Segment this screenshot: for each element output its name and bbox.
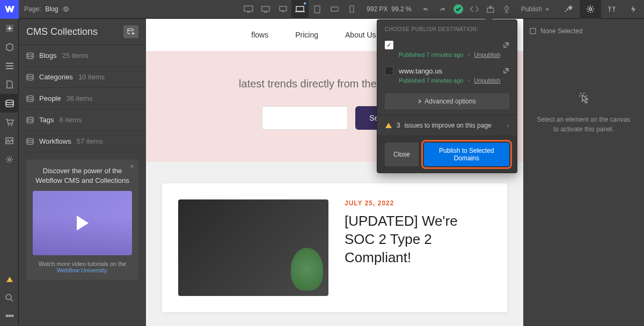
right-panel: None Selected Select an element on the c…: [523, 19, 644, 326]
tip-title: Discover the power of the Webflow CMS an…: [33, 166, 132, 186]
svg-point-28: [128, 28, 133, 31]
nav-link[interactable]: flows: [251, 31, 268, 39]
svg-rect-7: [296, 6, 304, 11]
redo-button[interactable]: [434, 0, 450, 19]
checkbox-checked[interactable]: ✓: [385, 41, 393, 49]
svg-rect-9: [314, 6, 320, 13]
pages-button[interactable]: [0, 75, 19, 94]
blog-date: JULY 25, 2022: [345, 199, 491, 207]
audit-panel-button[interactable]: [0, 270, 19, 288]
cms-title: CMS Collections: [26, 26, 98, 38]
assets-button[interactable]: [0, 131, 19, 150]
webflow-logo[interactable]: [0, 0, 19, 19]
database-icon: [26, 117, 34, 123]
viewport-width: 992 PX: [367, 5, 387, 13]
collection-name: Tags: [39, 116, 54, 124]
add-collection-button[interactable]: [123, 25, 138, 38]
external-link-icon[interactable]: [503, 68, 509, 74]
database-icon: [26, 74, 34, 80]
svg-point-20: [11, 124, 12, 125]
page-name: Blog: [45, 5, 58, 13]
collection-item[interactable]: People36 items: [19, 88, 146, 109]
symbols-button[interactable]: [0, 38, 19, 56]
collection-name: Blogs: [39, 51, 57, 60]
blog-image: [178, 199, 328, 296]
popover-header: CHOOSE PUBLISH DESTINATION:: [377, 20, 517, 36]
none-selected-row: None Selected: [530, 25, 638, 37]
publish-selected-button[interactable]: Publish to Selected Domains: [424, 143, 509, 166]
publish-time: Published 7 minutes ago: [399, 77, 463, 84]
navigator-button[interactable]: [0, 56, 19, 75]
close-icon[interactable]: ×: [130, 162, 134, 171]
chevron-right-icon: [418, 99, 421, 103]
collection-item[interactable]: Blogs25 items: [19, 45, 146, 66]
svg-rect-11: [350, 6, 354, 12]
top-bar: Page: Blog ✦ 992 PX 99.2 % Publish: [0, 0, 644, 19]
settings-panel-button[interactable]: [580, 0, 601, 19]
nav-link[interactable]: About Us: [345, 31, 376, 39]
svg-rect-4: [264, 12, 267, 13]
svg-rect-34: [530, 28, 536, 34]
collection-name: Workflows: [39, 137, 71, 145]
tip-video[interactable]: [33, 191, 132, 255]
domain-row: www.tango.usPublished 7 minutes ago•Unpu…: [377, 62, 517, 88]
code-button[interactable]: [466, 0, 482, 19]
main-area: CMS Collections Blogs25 itemsCategories1…: [0, 19, 644, 326]
close-button[interactable]: Close: [385, 143, 419, 166]
domain-row: ✓Published 7 minutes ago•Unpublish: [377, 36, 517, 62]
tip-card: × Discover the power of the Webflow CMS …: [26, 160, 138, 280]
status-check[interactable]: [450, 0, 466, 19]
search-button[interactable]: [0, 288, 19, 307]
svg-rect-1: [244, 6, 253, 11]
issues-row[interactable]: 3 issues to improve on this page ›: [377, 115, 517, 136]
warning-icon: [385, 122, 392, 129]
device-desktop-lg[interactable]: [257, 0, 274, 19]
page-selector[interactable]: Page: Blog: [19, 5, 75, 13]
external-link-icon[interactable]: [503, 42, 509, 48]
undo-button[interactable]: [418, 0, 434, 19]
collection-item[interactable]: Tags8 items: [19, 109, 146, 131]
device-mobile-landscape[interactable]: [326, 0, 343, 19]
unpublish-link[interactable]: Unpublish: [474, 51, 500, 58]
settings-button[interactable]: [0, 150, 19, 169]
svg-point-18: [6, 100, 13, 102]
help-button[interactable]: [0, 307, 19, 326]
svg-point-33: [27, 138, 33, 140]
ecommerce-button[interactable]: [0, 113, 19, 131]
collection-count: 25 items: [62, 51, 89, 60]
device-desktop[interactable]: [274, 0, 291, 19]
blog-content: JULY 25, 2022 [UPDATED] We're SOC 2 Type…: [345, 199, 491, 296]
svg-point-26: [8, 314, 11, 317]
audit-button[interactable]: [499, 0, 515, 19]
publish-button[interactable]: Publish: [515, 5, 556, 13]
search-input[interactable]: [262, 106, 348, 130]
unpublish-link[interactable]: Unpublish: [474, 77, 500, 84]
interactions-button[interactable]: [623, 0, 644, 19]
advanced-options-button[interactable]: Advanced options: [385, 93, 509, 109]
webflow-university-link[interactable]: Webflow University: [57, 267, 107, 273]
svg-rect-6: [282, 11, 284, 12]
play-icon: [77, 216, 89, 231]
device-laptop[interactable]: ✦: [291, 0, 309, 19]
collection-item[interactable]: Categories10 items: [19, 66, 146, 88]
svg-point-13: [589, 8, 592, 11]
nav-link[interactable]: Pricing: [295, 31, 318, 39]
checkbox-empty[interactable]: [385, 66, 393, 75]
cms-button[interactable]: [0, 94, 19, 113]
svg-rect-10: [331, 7, 338, 11]
chevron-right-icon: ›: [507, 122, 509, 129]
collection-item[interactable]: Workflows57 items: [19, 131, 146, 152]
database-icon: [26, 53, 34, 59]
cms-header: CMS Collections: [19, 19, 146, 45]
blog-card: JULY 25, 2022 [UPDATED] We're SOC 2 Type…: [162, 183, 507, 312]
svg-point-24: [6, 294, 11, 300]
issues-count: 3: [397, 122, 400, 129]
device-mobile[interactable]: [343, 0, 360, 19]
device-desktop-xl[interactable]: [240, 0, 257, 19]
add-element-button[interactable]: [0, 19, 19, 38]
style-manager-button[interactable]: [601, 0, 623, 19]
style-panel-button[interactable]: [558, 0, 580, 19]
device-tablet[interactable]: [309, 0, 326, 19]
help-text: Select an element on the canvas to activ…: [535, 115, 632, 134]
left-toolbar: [0, 19, 19, 326]
